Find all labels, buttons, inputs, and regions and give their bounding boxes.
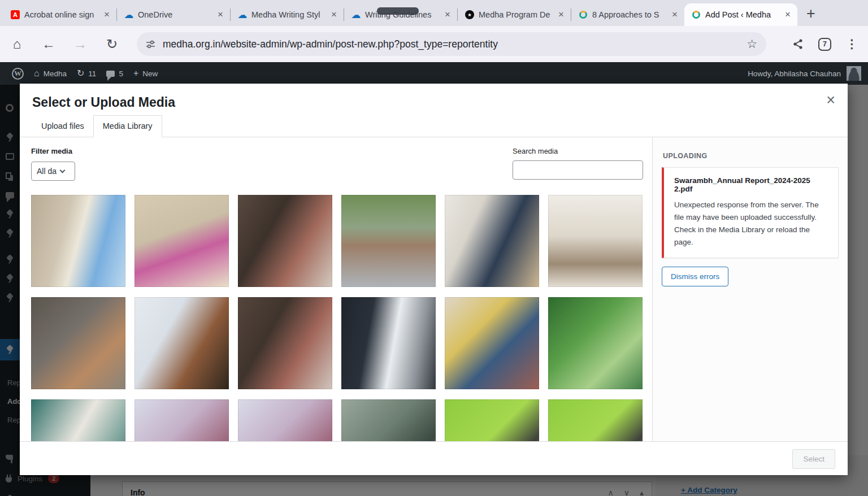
browser-tab-approaches[interactable]: 8 Approaches to S × — [571, 3, 684, 26]
tab-title: Medha Writing Styl — [251, 10, 326, 19]
tab-title: 8 Approaches to S — [592, 10, 666, 19]
upload-error-card: Swarambh_Annual Report_2024-2025 2.pdf U… — [662, 167, 839, 258]
tab-title: Acrobat online sign — [24, 10, 98, 19]
wp-admin-bar: W ⌂ Medha ↻ 11 5 + New Howdy, Abhilasha … — [0, 62, 868, 85]
browser-tab-add-post-active[interactable]: Add Post ‹ Medha × — [684, 3, 797, 26]
media-thumbnail[interactable] — [445, 297, 539, 389]
wp-logo-menu[interactable]: W — [7, 62, 29, 85]
upload-status-sidebar: UPLOADING Swarambh_Annual Report_2024-20… — [652, 137, 848, 441]
comments-count: 5 — [119, 69, 123, 78]
browser-tab-program[interactable]: * Medha Program De × — [458, 3, 571, 26]
new-tab-button[interactable]: + — [806, 6, 815, 21]
media-thumbnail[interactable] — [548, 399, 643, 441]
bookmark-icon[interactable]: ☆ — [747, 37, 757, 51]
media-thumbnail[interactable] — [31, 297, 125, 389]
wordpress-logo-icon: W — [12, 68, 24, 80]
share-button[interactable] — [792, 38, 804, 50]
pdf-favicon: A — [11, 10, 20, 19]
media-thumbnail[interactable] — [341, 195, 436, 287]
media-thumbnail[interactable] — [548, 297, 643, 389]
tab-close-icon[interactable]: × — [784, 9, 792, 20]
tab-close-icon[interactable]: × — [103, 9, 111, 20]
redaction-smudge — [377, 7, 419, 15]
new-content-menu[interactable]: + New — [128, 62, 163, 85]
media-modal: Select or Upload Media × Upload files Me… — [20, 84, 848, 475]
uploading-heading: UPLOADING — [663, 152, 839, 160]
upload-error-filename: Swarambh_Annual Report_2024-2025 2.pdf — [674, 176, 828, 193]
browser-tab-writing-guidelines[interactable]: ☁ Writing Guidelines × — [344, 3, 457, 26]
media-thumbnail[interactable] — [238, 195, 332, 287]
site-settings-icon[interactable] — [146, 40, 155, 49]
onedrive-favicon: ☁ — [238, 10, 247, 19]
forward-button[interactable]: → — [73, 37, 87, 51]
browser-menu-button[interactable]: ⋮ — [846, 37, 858, 51]
comments-menu[interactable]: 5 — [101, 62, 128, 85]
select-button-disabled[interactable]: Select — [792, 449, 835, 469]
date-filter-select[interactable]: All da — [31, 162, 75, 181]
home-button[interactable]: ⌂ — [10, 37, 24, 51]
updates-icon: ↻ — [77, 69, 84, 78]
tab-media-library[interactable]: Media Library — [93, 115, 162, 137]
onedrive-favicon: ☁ — [124, 10, 133, 19]
chevron-down-icon — [60, 167, 66, 173]
tab-close-icon[interactable]: × — [216, 9, 224, 20]
tab-title: Medha Program De — [479, 10, 553, 19]
comments-icon — [106, 71, 115, 77]
media-grid — [31, 195, 643, 441]
media-thumbnail[interactable] — [31, 399, 125, 441]
home-icon: ⌂ — [34, 69, 40, 78]
media-thumbnail[interactable] — [341, 399, 436, 441]
browser-toolbar: ⌂ ← → ↻ medha.org.in/website-admin/wp-ad… — [0, 26, 868, 62]
media-thumbnail[interactable] — [238, 297, 332, 389]
howdy-greeting[interactable]: Howdy, Abhilasha Chauhan — [748, 69, 841, 78]
date-filter-value: All da — [37, 167, 57, 176]
media-router: Upload files Media Library — [20, 111, 848, 137]
updates-count: 11 — [88, 69, 96, 78]
tab-title: OneDrive — [138, 10, 212, 19]
updates-menu[interactable]: ↻ 11 — [72, 62, 101, 85]
dismiss-errors-button[interactable]: Dismiss errors — [662, 267, 728, 286]
tab-close-icon[interactable]: × — [444, 9, 452, 20]
chatgpt-favicon: * — [465, 10, 474, 19]
tab-upload-files[interactable]: Upload files — [32, 116, 93, 137]
search-media-label: Search media — [513, 147, 643, 155]
plus-icon: + — [133, 69, 138, 78]
url-text: medha.org.in/website-admin/wp-admin/post… — [163, 38, 739, 50]
media-thumbnail[interactable] — [238, 399, 332, 441]
tab-close-icon[interactable]: × — [557, 9, 565, 20]
modal-close-icon[interactable]: × — [826, 93, 835, 108]
reload-button[interactable]: ↻ — [105, 37, 119, 51]
back-button[interactable]: ← — [42, 37, 55, 51]
medha-favicon — [692, 11, 700, 19]
browser-tab-strip: A Acrobat online sign × ☁ OneDrive × ☁ M… — [0, 0, 868, 26]
medha-favicon — [579, 11, 587, 19]
search-media-input[interactable] — [513, 160, 643, 180]
tab-switcher-button[interactable]: 7 — [818, 38, 831, 51]
site-name-menu[interactable]: ⌂ Medha — [29, 62, 72, 85]
browser-tab-acrobat[interactable]: A Acrobat online sign × — [3, 3, 116, 26]
user-avatar[interactable] — [847, 66, 861, 81]
filter-media-label: Filter media — [31, 147, 75, 155]
media-thumbnail[interactable] — [445, 399, 539, 441]
tab-close-icon[interactable]: × — [330, 9, 338, 20]
media-thumbnail[interactable] — [548, 195, 643, 287]
media-thumbnail[interactable] — [341, 297, 436, 389]
browser-tab-writing-style[interactable]: ☁ Medha Writing Styl × — [231, 3, 344, 26]
media-thumbnail[interactable] — [31, 195, 125, 287]
upload-error-message: Unexpected response from the server. The… — [674, 199, 828, 248]
new-label: New — [142, 69, 158, 78]
modal-footer-toolbar: Select — [20, 441, 848, 475]
media-thumbnail[interactable] — [445, 195, 539, 287]
address-bar[interactable]: medha.org.in/website-admin/wp-admin/post… — [137, 32, 766, 56]
tab-title: Add Post ‹ Medha — [705, 10, 779, 19]
modal-title: Select or Upload Media — [32, 95, 834, 110]
site-name: Medha — [44, 69, 67, 78]
tab-close-icon[interactable]: × — [671, 9, 679, 20]
media-thumbnail[interactable] — [134, 195, 229, 287]
media-thumbnail[interactable] — [134, 297, 229, 389]
media-library-content: Filter media All da Search media — [20, 137, 652, 441]
onedrive-favicon: ☁ — [351, 10, 361, 19]
browser-tab-onedrive[interactable]: ☁ OneDrive × — [117, 3, 230, 26]
media-thumbnail[interactable] — [134, 399, 229, 441]
